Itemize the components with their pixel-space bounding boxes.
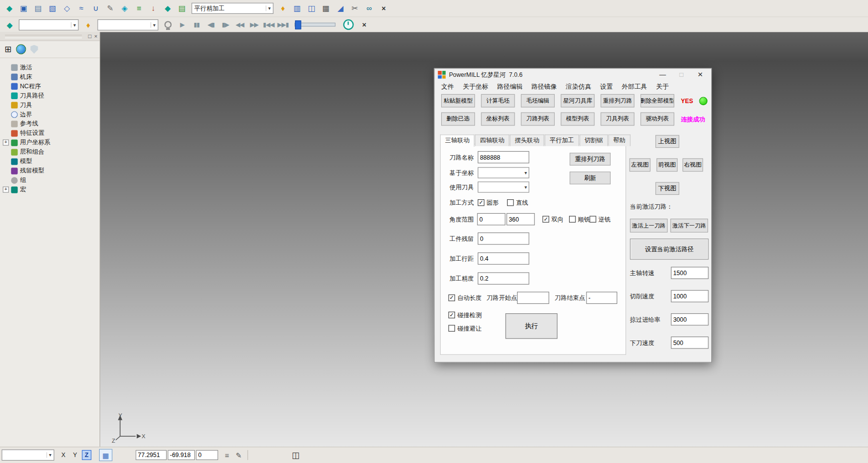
tree-item[interactable]: 边界 [0,110,100,119]
sim-tool-select[interactable]: ▾ [98,19,159,30]
view-top-button[interactable]: 上视图 [655,135,679,148]
view-left-button[interactable]: 左视图 [630,158,650,172]
pause-icon[interactable]: ▮▮ [189,18,204,31]
tab[interactable]: 三轴联动 [440,134,474,147]
refresh-button[interactable]: 刷新 [570,172,611,184]
step-forward-icon[interactable]: ▮▶ [218,18,232,31]
panel-grip[interactable] [5,35,82,38]
tree-expander-icon[interactable]: + [3,186,9,192]
action-button[interactable]: 模型列表 [561,113,594,126]
circle-checkbox[interactable]: 圆形 [478,196,499,209]
rearrange-toolpaths-button[interactable]: 重排列刀路 [570,153,611,166]
stepover-input[interactable] [478,252,529,265]
tab[interactable]: 帮助 [608,134,631,146]
toolpath-select[interactable]: ▾ [19,19,79,30]
stats-icon[interactable]: ▥ [290,1,304,15]
go-start-icon[interactable]: ▮◀◀ [261,18,276,31]
param-input[interactable] [671,290,708,302]
tree-expander-icon[interactable] [3,120,9,126]
tree-item[interactable]: NC程序 [0,81,100,91]
simulation-speed-slider[interactable] [294,23,336,27]
end-point-input[interactable] [586,292,618,304]
climb-mill-checkbox[interactable]: 顺铣 [569,213,590,226]
calculator-icon[interactable]: ▦ [319,1,333,15]
macro-record-icon[interactable]: ↓ [146,1,161,15]
toolbar-close-icon[interactable]: × [376,1,391,15]
tree-item[interactable]: + 宏 [0,185,100,194]
tree-item[interactable]: 特征设置 [0,128,100,138]
statusbar-select[interactable]: ▾ [1,450,54,461]
strategy-select[interactable]: 平行精加工 ▾ [191,3,273,14]
levels-toolbar-icon[interactable]: ≡ [132,1,146,15]
axis-lock-button[interactable]: Y [70,450,80,460]
graph-icon[interactable]: ◢ [333,1,347,15]
save-icon[interactable]: ▣ [17,1,31,15]
clipper-icon[interactable]: ✂ [347,1,362,15]
tree-expander-icon[interactable] [3,168,9,174]
feature-icon[interactable]: ◈ [117,1,132,15]
tree-item[interactable]: 激活 [0,62,100,72]
coordinate-x-input[interactable] [136,450,167,460]
block-measure-icon[interactable]: ◫ [304,1,319,15]
set-active-toolpath-button[interactable]: 设置当前激活路径 [630,238,709,259]
step-back-icon[interactable]: ◀▮ [204,18,218,31]
angle-end-input[interactable] [507,213,535,226]
print-icon[interactable]: ▤ [31,1,46,15]
tree-expander-icon[interactable] [3,74,9,80]
sim-tool-icon[interactable]: ♦ [81,18,95,31]
action-button[interactable]: 粘贴新模型 [441,94,475,108]
tree-item[interactable]: 层和组合 [0,147,100,157]
tree-item[interactable]: 残留模型 [0,166,100,175]
strategy-form-icon[interactable]: ▤ [175,1,189,15]
action-button[interactable]: 计算毛坯 [481,94,515,108]
list-icon[interactable]: ≡ [225,451,229,460]
toolpath-name-input[interactable] [478,151,529,164]
menu-item[interactable]: 路径编辑 [493,82,527,91]
close-panel-icon[interactable]: × [94,33,98,39]
tool-icon[interactable]: ♦ [276,1,290,15]
tree-expander-icon[interactable] [3,111,9,117]
start-point-input[interactable] [517,292,549,304]
monitor-icon[interactable]: ◫ [292,450,300,460]
tree-expander-icon[interactable] [3,102,9,108]
action-button[interactable]: 删除全部模型 [640,94,674,108]
tree-expander-icon[interactable] [3,92,9,98]
coordinate-z-input[interactable] [196,450,218,460]
tree-expander-icon[interactable] [3,130,9,136]
menu-item[interactable]: 外部工具 [617,82,651,91]
view-front-button[interactable]: 前视图 [656,158,677,172]
tree-item[interactable]: 刀具 [0,100,100,110]
pattern-icon[interactable]: ✎ [103,1,117,15]
boundary-icon[interactable]: ∪ [89,1,103,15]
fast-forward-icon[interactable]: ▶▶ [247,18,261,31]
clock-icon[interactable] [343,19,353,30]
pen-icon[interactable]: ✎ [235,451,241,460]
collision-avoid-checkbox[interactable]: 碰撞避让 [449,322,482,335]
dialog-titlebar[interactable]: PowerMILL 忆梦星河 7.0.6 — □ ✕ [435,68,711,81]
menu-item[interactable]: 路径镜像 [527,82,561,91]
go-end-icon[interactable]: ▶▶▮ [276,18,290,31]
tab[interactable]: 平行加工 [545,134,579,146]
tree-item[interactable]: 机床 [0,72,100,81]
sim-toolbar-close-icon[interactable]: × [357,18,371,31]
paste-model-icon[interactable]: ◆ [161,1,175,15]
line-checkbox[interactable]: 直线 [507,196,528,209]
action-button[interactable]: 毛坯编辑 [521,94,555,108]
float-panel-icon[interactable]: □ [88,33,92,39]
tree-item[interactable]: 模型 [0,157,100,166]
activate-next-toolpath-button[interactable]: 激活下一刀路 [670,219,708,232]
view-bottom-button[interactable]: 下视图 [655,182,679,195]
tab[interactable]: 四轴联动 [475,134,509,146]
auto-length-checkbox[interactable]: 自动长度 [449,292,482,304]
finder-icon[interactable]: ∞ [362,1,376,15]
action-button[interactable]: 星河刀具库 [561,94,594,108]
tree-expander-icon[interactable] [3,177,9,183]
tolerance-input[interactable] [478,272,529,285]
tree-expander-icon[interactable] [3,158,9,164]
param-input[interactable] [671,337,708,349]
menu-item[interactable]: 关于坐标 [459,82,493,91]
param-input[interactable] [671,313,708,326]
play-icon[interactable]: ▶ [175,18,189,31]
workplane-select[interactable]: ▾ [478,167,529,178]
grid-snap-icon[interactable]: ▦ [99,449,113,462]
